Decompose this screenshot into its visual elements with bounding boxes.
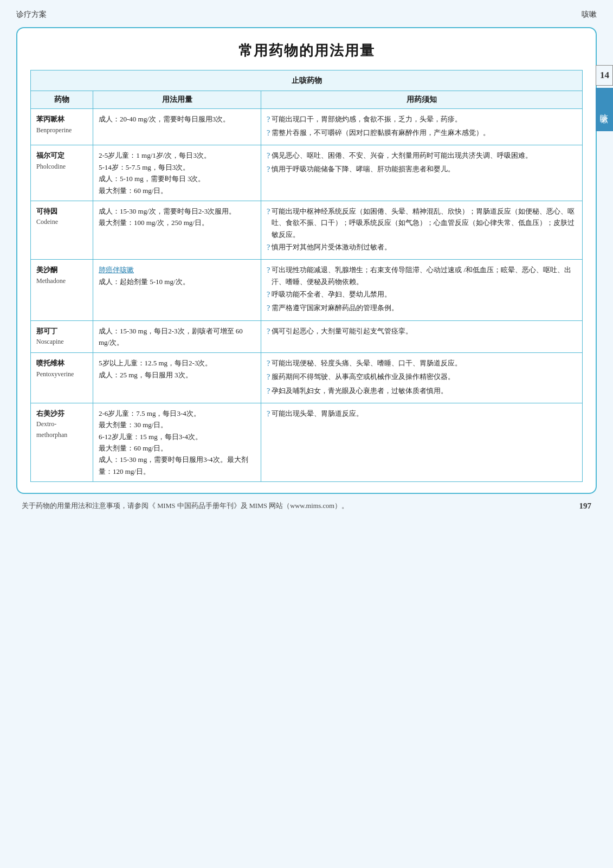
note-item: ?呼吸功能不全者、孕妇、婴幼儿禁用。 [267,288,577,301]
drug-name-cell: 苯丙哌林Benproperine [31,109,93,145]
tab-label: 咳嗽 [596,88,613,131]
notes-cell: ?可出现性功能减退、乳腺增生；右束支传导阻滞、心动过速或 /和低血压；眩晕、恶心… [261,260,583,320]
drug-name-en: Dextro- methorphan [36,419,87,441]
usage-link[interactable]: 肺癌伴咳嗽 [99,266,134,274]
card-title: 常用药物的用法用量 [17,28,596,70]
table-row: 可待因Codeine成人：15-30 mg/次，需要时每日2-3次服用。 最大剂… [31,201,583,260]
drug-name-cn: 右美沙芬 [36,408,87,419]
note-text: 服药期间不得驾驶、从事高空或机械作业及操作精密仪器。 [272,371,455,382]
note-bullet-icon: ? [267,205,270,218]
usage-cell: 2-5岁儿童：1 mg/1岁/次，每日3次。 5-14岁：5-7.5 mg，每日… [93,145,261,201]
note-text: 可能出现中枢神经系统反应（如困倦、头晕、精神混乱、欣快）；胃肠道反应（如便秘、恶… [272,205,577,240]
note-bullet-icon: ? [267,264,270,277]
note-text: 需整片吞服，不可嚼碎（因对口腔黏膜有麻醉作用，产生麻木感觉）。 [272,127,490,138]
note-item: ?可能出现便秘、轻度头痛、头晕、嗜睡、口干、胃肠道反应。 [267,357,577,370]
usage-cell: 5岁以上儿童：12.5 mg，每日2-3次。 成人：25 mg，每日服用 3次。 [93,353,261,403]
table-row: 美沙酮Methadone肺癌伴咳嗽 成人：起始剂量 5-10 mg/次。?可出现… [31,260,583,320]
note-item: ?可能出现头晕、胃肠道反应。 [267,408,577,420]
note-bullet-icon: ? [267,408,270,420]
footer-text: 关于药物的用量用法和注意事项，请参阅《 MIMS 中国药品手册年刊》及 MIMS… [22,501,349,511]
drug-name-cn: 美沙酮 [36,264,87,275]
table-row: 苯丙哌林Benproperine成人：20-40 mg/次，需要时每日服用3次。… [31,109,583,145]
footer-bar: 关于药物的用量用法和注意事项，请参阅《 MIMS 中国药品手册年刊》及 MIMS… [16,501,597,511]
drug-name-cn: 福尔可定 [36,150,87,161]
table-row: 右美沙芬Dextro- methorphan2-6岁儿童：7.5 mg，每日3-… [31,403,583,482]
drug-name-en: Pholcodine [36,162,87,172]
section-header-row: 止咳药物 [31,70,583,91]
drug-name-cell: 那可丁Noscapine [31,320,93,353]
note-bullet-icon: ? [267,357,270,370]
note-text: 孕妇及哺乳妇女，青光眼及心衰患者，过敏体质者慎用。 [272,385,448,396]
note-item: ?服药期间不得驾驶、从事高空或机械作业及操作精密仪器。 [267,371,577,383]
drug-name-en: Benproperine [36,125,87,136]
note-bullet-icon: ? [267,127,270,139]
note-item: ?孕妇及哺乳妇女，青光眼及心衰患者，过敏体质者慎用。 [267,385,577,397]
section-header-cell: 止咳药物 [31,70,583,91]
drug-table: 止咳药物 药物 用法用量 用药须知 苯丙哌林Benproperine成人：20-… [30,70,583,482]
header-left: 诊疗方案 [16,10,47,20]
drug-name-cn: 那可丁 [36,325,87,337]
col-header-notes: 用药须知 [261,91,583,109]
note-item: ?慎用于对其他阿片受体激动剂过敏者。 [267,241,577,254]
table-row: 喷托维林Pentoxyverine5岁以上儿童：12.5 mg，每日2-3次。 … [31,353,583,403]
note-item: ?可出现性功能减退、乳腺增生；右束支传导阻滞、心动过速或 /和低血压；眩晕、恶心… [267,264,577,287]
tab-number: 14 [596,65,613,86]
note-text: 可能出现便秘、轻度头痛、头晕、嗜睡、口干、胃肠道反应。 [272,357,462,369]
note-bullet-icon: ? [267,288,270,301]
column-header-row: 药物 用法用量 用药须知 [31,91,583,109]
main-card: 常用药物的用法用量 止咳药物 药物 用法用量 用药须知 苯丙哌林Benprope… [16,27,597,494]
footer-page: 197 [579,501,592,511]
drug-name-en: Pentoxyverine [36,369,87,380]
page-wrapper: 诊疗方案 咳嗽 常用药物的用法用量 止咳药物 药物 用法用量 用药须知 [0,0,613,868]
col-header-usage: 用法用量 [93,91,261,109]
drug-name-cell: 福尔可定Pholcodine [31,145,93,201]
note-item: ?可能出现中枢神经系统反应（如困倦、头晕、精神混乱、欣快）；胃肠道反应（如便秘、… [267,205,577,240]
note-item: ?需整片吞服，不可嚼碎（因对口腔黏膜有麻醉作用，产生麻木感觉）。 [267,127,577,139]
note-item: ?需严格遵守国家对麻醉药品的管理条例。 [267,302,577,314]
note-text: 可能出现头晕、胃肠道反应。 [272,408,363,419]
note-text: 可能出现口干，胃部烧灼感，食欲不振，乏力，头晕，药疹。 [272,113,462,125]
drug-name-en: Codeine [36,217,87,228]
drug-name-cn: 可待因 [36,205,87,217]
note-item: ?偶可引起恶心，大剂量可能引起支气管痉挛。 [267,325,577,338]
usage-cell: 肺癌伴咳嗽 成人：起始剂量 5-10 mg/次。 [93,260,261,320]
drug-name-en: Methadone [36,276,87,287]
header-bar: 诊疗方案 咳嗽 [16,10,597,20]
header-right: 咳嗽 [582,10,597,20]
note-item: ?偶见恶心、呕吐、困倦、不安、兴奋，大剂量用药时可能出现共济失调、呼吸困难。 [267,150,577,162]
note-text: 慎用于对其他阿片受体激动剂过敏者。 [272,241,391,253]
note-item: ?慎用于呼吸功能储备下降、哮喘、肝功能损害患者和婴儿。 [267,163,577,176]
usage-cell: 成人：15-30 mg，每日2-3次，剧咳者可增至 60 mg/次。 [93,320,261,353]
usage-cell: 成人：20-40 mg/次，需要时每日服用3次。 [93,109,261,145]
col-header-drug: 药物 [31,91,93,109]
drug-name-en: Noscapine [36,337,87,348]
note-text: 呼吸功能不全者、孕妇、婴幼儿禁用。 [272,288,391,300]
notes-cell: ?偶可引起恶心，大剂量可能引起支气管痉挛。 [261,320,583,353]
side-tabs-container: 14 咳嗽 [596,65,613,131]
table-row: 那可丁Noscapine成人：15-30 mg，每日2-3次，剧咳者可增至 60… [31,320,583,353]
drug-name-cn: 苯丙哌林 [36,113,87,125]
table-row: 福尔可定Pholcodine2-5岁儿童：1 mg/1岁/次，每日3次。 5-1… [31,145,583,201]
usage-cell: 成人：15-30 mg/次，需要时每日2-3次服用。 最大剂量：100 mg/次… [93,201,261,260]
note-bullet-icon: ? [267,371,270,383]
note-bullet-icon: ? [267,113,270,126]
notes-cell: ?偶见恶心、呕吐、困倦、不安、兴奋，大剂量用药时可能出现共济失调、呼吸困难。?慎… [261,145,583,201]
note-item: ?可能出现口干，胃部烧灼感，食欲不振，乏力，头晕，药疹。 [267,113,577,126]
note-text: 偶可引起恶心，大剂量可能引起支气管痉挛。 [272,325,412,337]
note-text: 可出现性功能减退、乳腺增生；右束支传导阻滞、心动过速或 /和低血压；眩晕、恶心、… [272,264,577,287]
note-text: 需严格遵守国家对麻醉药品的管理条例。 [272,302,398,313]
note-bullet-icon: ? [267,163,270,176]
note-bullet-icon: ? [267,150,270,162]
notes-cell: ?可能出现便秘、轻度头痛、头晕、嗜睡、口干、胃肠道反应。?服药期间不得驾驶、从事… [261,353,583,403]
drug-name-cell: 可待因Codeine [31,201,93,260]
note-bullet-icon: ? [267,241,270,254]
drug-name-cell: 右美沙芬Dextro- methorphan [31,403,93,482]
notes-cell: ?可能出现口干，胃部烧灼感，食欲不振，乏力，头晕，药疹。?需整片吞服，不可嚼碎（… [261,109,583,145]
table-wrapper: 止咳药物 药物 用法用量 用药须知 苯丙哌林Benproperine成人：20-… [17,70,596,482]
drug-name-cn: 喷托维林 [36,357,87,369]
note-bullet-icon: ? [267,385,270,397]
note-text: 偶见恶心、呕吐、困倦、不安、兴奋，大剂量用药时可能出现共济失调、呼吸困难。 [272,150,532,161]
note-bullet-icon: ? [267,302,270,314]
drug-name-cell: 美沙酮Methadone [31,260,93,320]
notes-cell: ?可能出现头晕、胃肠道反应。 [261,403,583,482]
